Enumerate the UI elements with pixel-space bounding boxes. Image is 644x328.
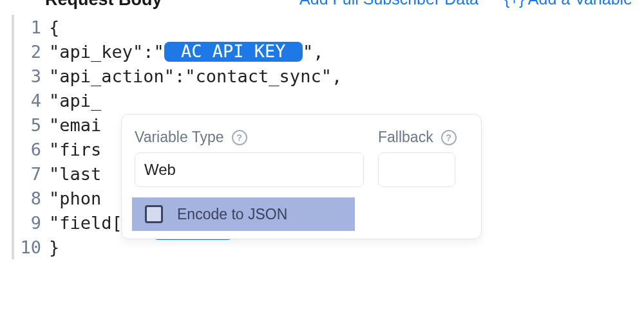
variable-type-input[interactable] xyxy=(135,152,364,187)
line-number: 3 xyxy=(14,66,49,86)
line-number: 1 xyxy=(14,17,49,37)
code-text: } xyxy=(49,237,59,257)
line-number: 5 xyxy=(14,115,49,135)
code-line: 2 "api_key":" AC API KEY ", xyxy=(14,39,644,64)
line-number: 4 xyxy=(14,91,49,111)
code-fragment: ", xyxy=(303,42,324,62)
line-number: 8 xyxy=(14,188,49,208)
code-text: "phon xyxy=(49,188,101,208)
code-text: "api_ xyxy=(49,91,101,111)
help-icon[interactable]: ? xyxy=(441,130,457,145)
encode-json-label: Encode to JSON xyxy=(177,206,287,223)
fallback-label-row: Fallback ? xyxy=(378,129,457,146)
variable-type-label-row: Variable Type ? xyxy=(135,129,364,146)
code-text: "api_action":"contact_sync", xyxy=(49,66,342,86)
header-links: Add Full Subscriber Data {+} Add a Varia… xyxy=(299,0,632,8)
page-title: Request Body xyxy=(45,0,162,10)
line-number: 7 xyxy=(14,164,49,184)
variable-chip-api-key[interactable]: AC API KEY xyxy=(164,42,303,62)
code-line: 1 { xyxy=(14,15,644,39)
code-fragment: "api_key":" xyxy=(49,42,164,62)
code-line: 3 "api_action":"contact_sync", xyxy=(14,64,644,88)
line-number: 6 xyxy=(14,140,49,159)
header: Request Body Add Full Subscriber Data {+… xyxy=(0,0,644,15)
line-number: 10 xyxy=(14,237,49,257)
code-line: 4 "api_ xyxy=(14,88,644,113)
fallback-field: Fallback ? xyxy=(378,129,457,187)
fallback-input[interactable] xyxy=(378,152,455,187)
variable-type-label: Variable Type xyxy=(135,129,224,146)
code-text: "firs xyxy=(49,140,101,159)
line-number: 9 xyxy=(14,213,49,233)
code-text: { xyxy=(49,17,59,37)
fallback-label: Fallback xyxy=(378,129,433,146)
code-text: "last xyxy=(49,164,101,184)
help-icon[interactable]: ? xyxy=(232,130,247,145)
encode-json-checkbox[interactable] xyxy=(145,205,163,223)
code-text: "api_key":" AC API KEY ", xyxy=(49,42,323,62)
encode-json-row[interactable]: Encode to JSON xyxy=(132,197,355,231)
code-editor[interactable]: 1 { 2 "api_key":" AC API KEY ", 3 "api_a… xyxy=(12,15,644,259)
popover-fields: Variable Type ? Fallback ? xyxy=(135,129,468,187)
code-text: "emai xyxy=(49,115,101,135)
add-subscriber-link[interactable]: Add Full Subscriber Data xyxy=(299,0,478,8)
add-variable-link[interactable]: {+} Add a Variable xyxy=(504,0,632,8)
line-number: 2 xyxy=(14,42,49,62)
variable-popover: Variable Type ? Fallback ? Encode to JSO… xyxy=(121,114,482,239)
variable-type-field: Variable Type ? xyxy=(135,129,364,187)
